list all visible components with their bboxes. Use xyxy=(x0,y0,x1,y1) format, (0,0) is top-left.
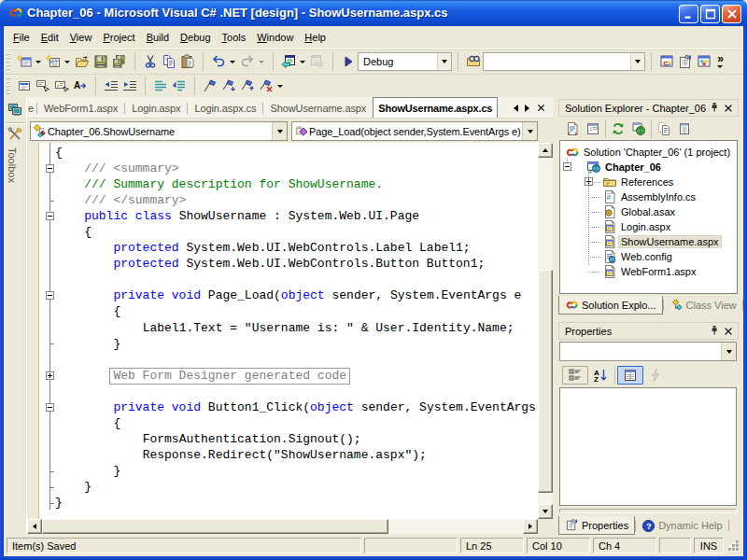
clear-bookmarks-button[interactable] xyxy=(257,76,286,96)
close-button[interactable] xyxy=(722,5,741,23)
redo-button[interactable] xyxy=(238,51,267,72)
scroll-down-button[interactable] xyxy=(538,504,553,519)
copy-project-button[interactable] xyxy=(628,119,649,138)
increase-indent-button[interactable] xyxy=(120,76,139,96)
menu-tools[interactable]: Tools xyxy=(217,29,252,46)
navigate-forward-button[interactable] xyxy=(308,51,327,72)
parameter-info-button[interactable] xyxy=(34,76,52,96)
start-debug-button[interactable] xyxy=(339,51,358,72)
word-completion-button[interactable] xyxy=(71,76,90,96)
close-panel-icon[interactable] xyxy=(723,326,734,337)
document-tab-showusername-aspx-cs[interactable]: ShowUsername.aspx.cs xyxy=(373,97,498,118)
code-editor[interactable]: {/// <summary>/// Summary description fo… xyxy=(27,143,538,519)
types-combo[interactable]: Chapter_06.ShowUsername xyxy=(30,121,288,141)
minimize-button[interactable] xyxy=(679,5,698,23)
save-all-button[interactable] xyxy=(110,51,129,72)
view-code-button[interactable] xyxy=(562,119,583,138)
toolbar-grip[interactable] xyxy=(7,77,10,94)
collapse-region-icon[interactable] xyxy=(46,164,54,173)
scroll-right-button[interactable] xyxy=(523,519,538,534)
solution-configurations[interactable]: Debug xyxy=(358,52,452,71)
navigate-back-button[interactable] xyxy=(279,51,308,72)
document-tab-webform1-aspx[interactable]: WebForm1.aspx xyxy=(37,98,124,118)
panel-tab-class-view[interactable]: Class View xyxy=(664,296,742,315)
toggle-bookmark-button[interactable] xyxy=(201,76,219,96)
document-tab-login-aspx-cs[interactable]: Login.aspx.cs xyxy=(188,98,262,118)
expand-region-icon[interactable] xyxy=(46,371,54,380)
panel-tab-dynamic-help[interactable]: Dynamic Help xyxy=(636,516,727,535)
collapse-region-icon[interactable] xyxy=(46,403,54,412)
solution-configurations-dropdown[interactable] xyxy=(437,53,451,70)
resize-grip[interactable] xyxy=(728,540,741,553)
open-file-button[interactable] xyxy=(73,51,92,72)
types-combo-dropdown[interactable] xyxy=(272,122,287,140)
menu-help[interactable]: Help xyxy=(299,29,331,46)
previous-bookmark-button[interactable] xyxy=(238,76,257,96)
comment-selection-button[interactable] xyxy=(151,76,170,96)
toolbox-tab-label[interactable]: Toolbox xyxy=(7,147,21,183)
horizontal-scroll-thumb[interactable] xyxy=(42,519,388,534)
copy-button[interactable] xyxy=(160,51,178,72)
view-designer-button[interactable] xyxy=(583,119,603,138)
collapse-region-icon[interactable] xyxy=(46,212,54,220)
alphabetical-button[interactable] xyxy=(588,366,613,385)
pin-icon[interactable] xyxy=(707,325,719,337)
scroll-tabs-right-icon[interactable] xyxy=(525,105,529,112)
document-tab-e[interactable]: e xyxy=(27,98,36,118)
close-document-icon[interactable] xyxy=(536,103,546,113)
panel-tab-solution-explo-[interactable]: Solution Explo... xyxy=(558,296,663,315)
menu-window[interactable]: Window xyxy=(251,29,299,46)
find-in-files-button[interactable] xyxy=(464,51,483,72)
panel-tab-properties[interactable]: Properties xyxy=(558,516,635,535)
find-box[interactable] xyxy=(483,52,645,71)
new-project-button[interactable] xyxy=(15,51,44,72)
next-bookmark-button[interactable] xyxy=(219,76,238,96)
paste-button[interactable] xyxy=(178,51,197,72)
members-combo-dropdown[interactable] xyxy=(522,122,537,140)
menu-build[interactable]: Build xyxy=(141,29,175,46)
scroll-left-button[interactable] xyxy=(27,519,42,534)
undo-button[interactable] xyxy=(209,51,238,72)
toolbar-options-icon[interactable]: » xyxy=(717,55,723,68)
refresh-button[interactable] xyxy=(608,119,628,138)
quick-info-button[interactable] xyxy=(52,76,71,96)
menu-view[interactable]: View xyxy=(64,29,98,46)
horizontal-scrollbar[interactable] xyxy=(27,519,538,534)
document-tab-login-aspx[interactable]: Login.aspx xyxy=(125,98,187,118)
pin-icon[interactable] xyxy=(707,102,719,114)
uncomment-selection-button[interactable] xyxy=(170,76,189,96)
decrease-indent-button[interactable] xyxy=(102,76,120,96)
menu-file[interactable]: File xyxy=(7,29,35,46)
object-combo[interactable] xyxy=(559,342,737,361)
member-list-button[interactable] xyxy=(15,76,34,96)
scroll-up-button[interactable] xyxy=(538,143,553,158)
solution-tree[interactable]: Solution 'Chapter_06' (1 project)Chapter… xyxy=(559,140,738,294)
document-tab-showusername-aspx[interactable]: ShowUsername.aspx xyxy=(263,98,373,118)
toolbox-window-button[interactable] xyxy=(695,51,713,72)
collapse-icon[interactable] xyxy=(563,162,571,171)
members-combo[interactable]: Page_Load(object sender,System.EventArgs… xyxy=(291,121,538,141)
vertical-scrollbar[interactable] xyxy=(538,143,553,519)
toolbar-grip[interactable] xyxy=(7,53,10,70)
maximize-button[interactable] xyxy=(700,5,720,23)
cut-button[interactable] xyxy=(141,51,160,72)
server-explorer-icon[interactable] xyxy=(7,102,22,117)
properties-window-button[interactable] xyxy=(676,51,695,72)
menu-debug[interactable]: Debug xyxy=(175,29,216,46)
menu-project[interactable]: Project xyxy=(97,29,140,46)
solution-explorer-window-button[interactable] xyxy=(657,51,676,72)
vertical-scroll-thumb[interactable] xyxy=(538,270,553,493)
collapsed-region-box[interactable]: Web Form Designer generated code xyxy=(109,368,350,385)
scroll-tabs-left-icon[interactable] xyxy=(514,105,518,112)
properties-button[interactable] xyxy=(674,119,695,138)
show-all-files-button[interactable] xyxy=(654,119,674,138)
menu-edit[interactable]: Edit xyxy=(35,29,64,46)
categorized-button[interactable] xyxy=(562,366,588,385)
save-button[interactable] xyxy=(92,51,110,72)
toolbox-icon[interactable] xyxy=(7,127,22,142)
close-panel-icon[interactable] xyxy=(723,103,734,114)
find-box-dropdown[interactable] xyxy=(630,53,644,70)
properties-mode-button[interactable] xyxy=(617,366,643,385)
object-combo-dropdown[interactable] xyxy=(721,343,736,360)
collapse-region-icon[interactable] xyxy=(46,291,54,300)
